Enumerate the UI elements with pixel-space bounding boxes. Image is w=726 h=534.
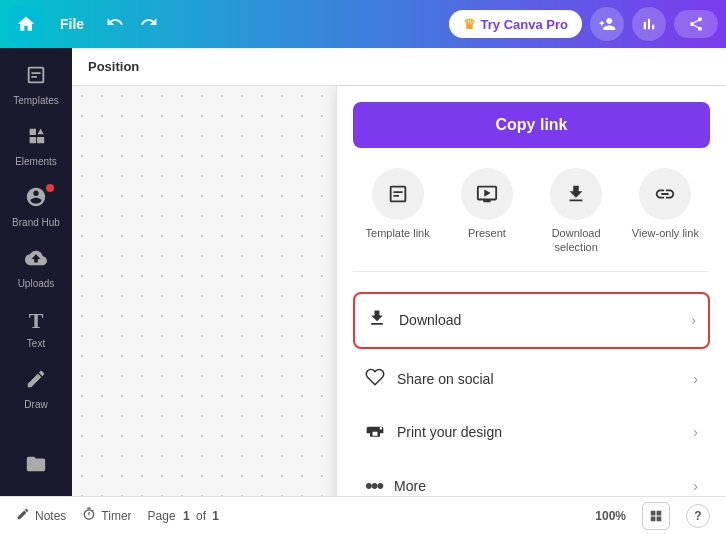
templates-label: Templates: [13, 95, 59, 107]
text-icon: T: [29, 308, 44, 334]
download-selection-icon: [550, 168, 602, 220]
sidebar-item-folder[interactable]: [4, 445, 68, 488]
print-icon: [365, 420, 385, 445]
print-chevron-icon: ›: [693, 424, 698, 440]
share-social-chevron-icon: ›: [693, 371, 698, 387]
crown-icon: ♛: [463, 16, 476, 32]
canvas-header: Position: [72, 48, 726, 86]
print-label: Print your design: [397, 424, 502, 440]
draw-icon: [25, 368, 47, 395]
brand-hub-label: Brand Hub: [12, 217, 60, 229]
uploads-label: Uploads: [18, 278, 55, 290]
download-label: Download: [399, 312, 461, 328]
notes-icon: [16, 507, 30, 524]
brand-hub-icon: [25, 186, 47, 213]
topbar-right: ♛ Try Canva Pro: [449, 7, 718, 41]
analytics-button[interactable]: [632, 7, 666, 41]
download-menu-icon: [367, 308, 387, 333]
download-menu-item[interactable]: Download ›: [353, 292, 710, 349]
share-option-download-selection[interactable]: Downloadselection: [541, 168, 611, 255]
sidebar-item-draw[interactable]: Draw: [4, 360, 68, 419]
copy-link-button[interactable]: Copy link: [353, 102, 710, 148]
more-label: More: [394, 478, 426, 494]
help-button[interactable]: ?: [686, 504, 710, 528]
uploads-icon: [25, 247, 47, 274]
share-dropdown-panel: Copy link Template link Present: [336, 86, 726, 496]
timer-label: Timer: [101, 509, 131, 523]
add-people-button[interactable]: [590, 7, 624, 41]
notes-button[interactable]: Notes: [16, 507, 66, 524]
sidebar: Templates Elements Brand Hub Uploads T T…: [0, 48, 72, 496]
share-social-label: Share on social: [397, 371, 494, 387]
text-label: Text: [27, 338, 45, 350]
present-label: Present: [468, 226, 506, 240]
view-only-icon: [639, 168, 691, 220]
undo-button[interactable]: [100, 9, 130, 40]
share-option-template-link[interactable]: Template link: [363, 168, 433, 255]
sidebar-item-elements[interactable]: Elements: [4, 117, 68, 176]
sidebar-item-text[interactable]: T Text: [4, 300, 68, 358]
position-label: Position: [88, 59, 139, 74]
more-menu-item[interactable]: ••• More ›: [353, 459, 710, 496]
try-canva-pro-label: Try Canva Pro: [481, 17, 568, 32]
elements-label: Elements: [15, 156, 57, 168]
templates-icon: [25, 64, 47, 91]
download-selection-label: Downloadselection: [552, 226, 601, 255]
timer-icon: [82, 507, 96, 524]
sidebar-item-brand-hub[interactable]: Brand Hub: [4, 178, 68, 237]
file-menu-button[interactable]: File: [48, 10, 96, 38]
share-option-present[interactable]: Present: [452, 168, 522, 255]
brand-hub-badge: [46, 184, 54, 192]
print-menu-item[interactable]: Print your design ›: [353, 406, 710, 459]
folder-icon: [25, 453, 47, 480]
zoom-level: 100%: [595, 509, 626, 523]
timer-button[interactable]: Timer: [82, 507, 131, 524]
sidebar-item-templates[interactable]: Templates: [4, 56, 68, 115]
share-social-menu-item[interactable]: Share on social ›: [353, 353, 710, 406]
share-button[interactable]: [674, 10, 718, 38]
present-icon: [461, 168, 513, 220]
bottombar: Notes Timer Page 1 of 1 100% ?: [0, 496, 726, 534]
topbar: File ♛ Try Canva Pro: [0, 0, 726, 48]
redo-button[interactable]: [134, 9, 164, 40]
help-icon: ?: [694, 509, 701, 523]
page-info: Page 1 of 1: [148, 509, 219, 523]
grid-view-button[interactable]: [642, 502, 670, 530]
try-canva-pro-button[interactable]: ♛ Try Canva Pro: [449, 10, 582, 38]
download-chevron-icon: ›: [691, 312, 696, 328]
elements-icon: [25, 125, 47, 152]
more-icon: •••: [365, 473, 382, 496]
share-options-grid: Template link Present Downloadselection: [353, 168, 710, 272]
main-layout: Templates Elements Brand Hub Uploads T T…: [0, 48, 726, 496]
template-link-label: Template link: [366, 226, 430, 240]
template-link-icon: [372, 168, 424, 220]
view-only-link-label: View-only link: [632, 226, 699, 240]
more-chevron-icon: ›: [693, 478, 698, 494]
notes-label: Notes: [35, 509, 66, 523]
share-social-icon: [365, 367, 385, 392]
share-option-view-only[interactable]: View-only link: [630, 168, 700, 255]
draw-label: Draw: [24, 399, 47, 411]
sidebar-item-uploads[interactable]: Uploads: [4, 239, 68, 298]
home-button[interactable]: [8, 6, 44, 42]
